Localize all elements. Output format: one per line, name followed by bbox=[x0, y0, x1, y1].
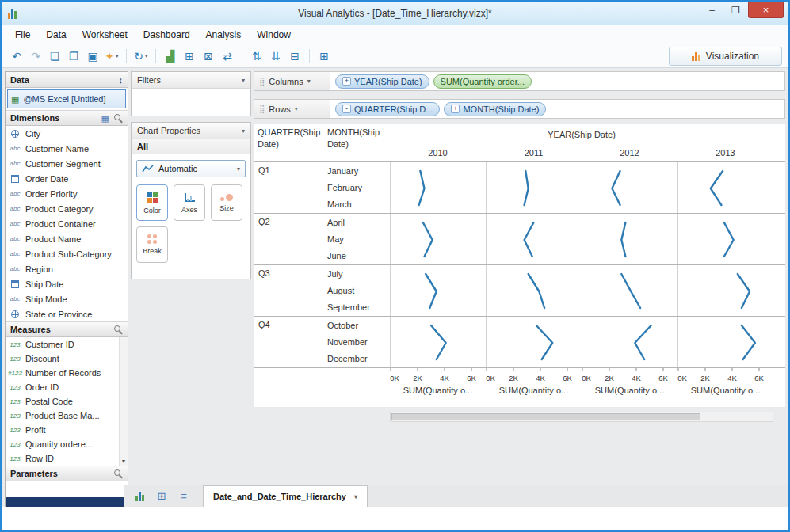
scrollbar-thumb[interactable] bbox=[391, 413, 700, 420]
month-label[interactable]: December bbox=[327, 351, 390, 367]
collapse-icon[interactable]: - bbox=[342, 104, 351, 113]
totals-button[interactable]: ⊟ bbox=[286, 48, 303, 65]
new-workbook-button[interactable]: ❏ bbox=[46, 48, 63, 65]
chevron-down-icon[interactable]: ▾ bbox=[242, 77, 245, 84]
month-label[interactable]: November bbox=[327, 333, 390, 350]
chevron-down-icon[interactable]: ▾ bbox=[116, 52, 119, 59]
field-order-priority[interactable]: abcOrder Priority bbox=[6, 186, 128, 201]
axes-button[interactable]: Axes bbox=[174, 184, 205, 221]
menu-item-window[interactable]: Window bbox=[250, 27, 298, 43]
size-button[interactable]: Size bbox=[211, 184, 242, 221]
year-label-2012[interactable]: 2012 bbox=[582, 148, 677, 158]
line-chart-cell[interactable] bbox=[677, 265, 773, 316]
color-button[interactable]: Color bbox=[136, 184, 168, 221]
month-label[interactable]: February bbox=[327, 179, 390, 196]
new-dashboard-button[interactable]: ⊞ bbox=[181, 48, 198, 65]
labels-button[interactable]: ⊞ bbox=[315, 48, 333, 65]
shelf-pill[interactable]: +MONTH(Ship Date) bbox=[444, 102, 546, 116]
mark-type-select[interactable]: Automatic ▾ bbox=[136, 160, 246, 177]
open-button[interactable]: ❐ bbox=[65, 48, 82, 65]
visualization-button[interactable]: Visualization bbox=[669, 47, 782, 66]
field-order-date[interactable]: Order Date bbox=[6, 171, 128, 186]
chevron-down-icon[interactable]: ▾ bbox=[145, 52, 148, 59]
sort-descending-button[interactable]: ⇊ bbox=[267, 48, 284, 65]
chevron-down-icon[interactable]: ▾ bbox=[295, 105, 298, 112]
x-axis-title[interactable]: SUM(Quantity o... bbox=[486, 386, 582, 401]
columns-shelf[interactable]: ⣿ Columns ▾ +YEAR(Ship Date)SUM(Quantity… bbox=[254, 71, 785, 91]
sort-ascending-button[interactable]: ⇅ bbox=[248, 48, 265, 65]
month-label[interactable]: March bbox=[327, 196, 390, 213]
chevron-down-icon[interactable]: ▾ bbox=[242, 127, 245, 135]
month-label[interactable]: June bbox=[327, 248, 390, 264]
x-axis-title[interactable]: SUM(Quantity o... bbox=[582, 386, 677, 401]
chevron-down-icon[interactable]: ▾ bbox=[307, 78, 311, 85]
field-customer-id[interactable]: 123Customer ID bbox=[6, 337, 119, 352]
line-chart-cell[interactable] bbox=[486, 317, 582, 367]
shelf-pill[interactable]: SUM(Quantity order... bbox=[433, 74, 532, 89]
field-product-category[interactable]: abcProduct Category bbox=[6, 201, 128, 216]
line-chart-cell[interactable] bbox=[486, 214, 582, 264]
year-label-2011[interactable]: 2011 bbox=[486, 148, 582, 158]
scroll-down-icon[interactable]: ▼ bbox=[121, 458, 127, 466]
field-product-base-ma[interactable]: 123Product Base Ma... bbox=[6, 408, 119, 423]
menu-item-dashboard[interactable]: Dashboard bbox=[136, 27, 197, 43]
line-chart-cell[interactable] bbox=[486, 162, 582, 213]
menu-item-file[interactable]: File bbox=[8, 27, 37, 43]
quarter-label[interactable]: Q1 bbox=[254, 162, 323, 213]
rows-shelf[interactable]: ⣿ Rows ▾ -QUARTER(Ship D...+MONTH(Ship D… bbox=[254, 99, 785, 119]
new-dashboard-tab-button[interactable]: ⊞ bbox=[154, 488, 170, 505]
field-profit[interactable]: 123Profit bbox=[6, 423, 119, 437]
line-chart-cell[interactable] bbox=[582, 162, 677, 213]
x-axis-title[interactable]: SUM(Quantity o... bbox=[390, 386, 486, 401]
save-button[interactable]: ▣ bbox=[84, 48, 101, 65]
data-source-item[interactable]: ▦ @MS Excel [Untitled] bbox=[7, 89, 126, 108]
chart-properties-header[interactable]: Chart Properties ▾ bbox=[132, 123, 250, 139]
view-data-icon[interactable]: ▦ bbox=[101, 113, 109, 124]
line-chart-cell[interactable] bbox=[390, 162, 486, 213]
x-axis[interactable]: 0K2K4K6K bbox=[486, 368, 582, 386]
field-product-name[interactable]: abcProduct Name bbox=[6, 231, 128, 246]
month-label[interactable]: August bbox=[327, 282, 390, 298]
menu-item-analysis[interactable]: Analysis bbox=[199, 27, 249, 43]
undo-button[interactable]: ↶ bbox=[8, 48, 25, 65]
search-icon[interactable] bbox=[114, 114, 123, 123]
expand-icon[interactable]: + bbox=[451, 104, 460, 113]
line-chart-cell[interactable] bbox=[582, 265, 677, 316]
sheet-tab[interactable]: Date_and_Date_Time_Hierarchy ▾ bbox=[203, 485, 368, 507]
quarter-label[interactable]: Q3 bbox=[254, 265, 323, 316]
field-discount[interactable]: 123Discount bbox=[6, 352, 119, 366]
line-chart-cell[interactable] bbox=[582, 214, 677, 264]
field-product-container[interactable]: abcProduct Container bbox=[6, 216, 128, 231]
month-label[interactable]: January bbox=[327, 162, 390, 179]
field-ship-date[interactable]: Ship Date bbox=[6, 276, 128, 291]
minimize-button[interactable]: – bbox=[700, 2, 723, 18]
line-chart-cell[interactable] bbox=[677, 214, 773, 264]
month-label[interactable]: May bbox=[327, 230, 390, 247]
clear-sheet-button[interactable]: ⊠ bbox=[200, 48, 217, 65]
break-button[interactable]: Break bbox=[136, 226, 168, 263]
search-icon[interactable] bbox=[114, 325, 123, 334]
x-axis[interactable]: 0K2K4K6K bbox=[677, 368, 773, 386]
line-chart-cell[interactable] bbox=[486, 265, 582, 316]
field-region[interactable]: abcRegion bbox=[6, 261, 128, 276]
redo-button[interactable]: ↷ bbox=[27, 48, 44, 65]
month-label[interactable]: July bbox=[327, 265, 390, 282]
measures-scrollbar[interactable]: ▼ bbox=[119, 337, 128, 466]
x-axis[interactable]: 0K2K4K6K bbox=[582, 368, 677, 386]
new-worksheet-tab-button[interactable] bbox=[132, 488, 147, 505]
data-connection-button[interactable]: ✦▾ bbox=[103, 48, 120, 65]
field-city[interactable]: City bbox=[6, 126, 128, 141]
expand-icon[interactable]: + bbox=[342, 77, 351, 86]
filters-card-header[interactable]: Filters ▾ bbox=[132, 72, 250, 89]
x-axis-title[interactable]: SUM(Quantity o... bbox=[677, 386, 773, 401]
year-label-2013[interactable]: 2013 bbox=[677, 148, 773, 158]
horizontal-scrollbar[interactable] bbox=[390, 412, 773, 422]
year-label-2010[interactable]: 2010 bbox=[390, 148, 486, 158]
field-state-or-province[interactable]: State or Province bbox=[6, 306, 128, 321]
year-axis-title[interactable]: YEAR(Ship Date) bbox=[390, 124, 773, 144]
shelf-pill[interactable]: -QUARTER(Ship D... bbox=[335, 102, 440, 116]
field-customer-segment[interactable]: abcCustomer Segment bbox=[6, 156, 128, 171]
sort-fields-icon[interactable]: ↕ bbox=[119, 75, 124, 85]
field-number-of-records[interactable]: #123Number of Records bbox=[6, 366, 119, 380]
quarter-label[interactable]: Q4 bbox=[254, 317, 323, 367]
